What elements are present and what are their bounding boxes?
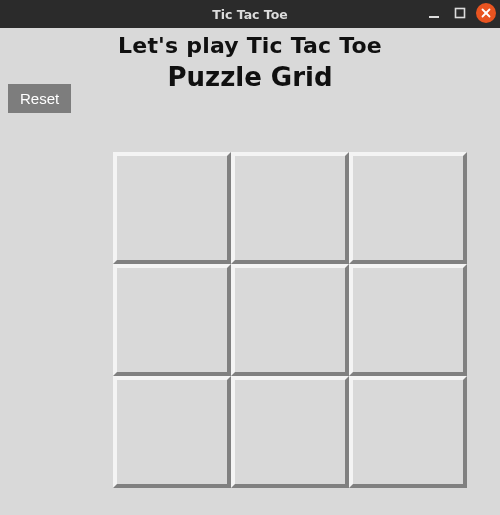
cell-0-1[interactable] <box>231 152 349 264</box>
cell-1-1[interactable] <box>231 264 349 376</box>
cell-2-1[interactable] <box>231 376 349 488</box>
titlebar: Tic Tac Toe <box>0 0 500 28</box>
window-controls <box>424 3 496 23</box>
minimize-icon[interactable] <box>424 3 444 23</box>
close-icon[interactable] <box>476 3 496 23</box>
cell-1-2[interactable] <box>349 264 467 376</box>
cell-0-2[interactable] <box>349 152 467 264</box>
reset-button[interactable]: Reset <box>8 84 71 113</box>
game-grid <box>113 152 467 488</box>
cell-1-0[interactable] <box>113 264 231 376</box>
cell-2-2[interactable] <box>349 376 467 488</box>
maximize-icon[interactable] <box>450 3 470 23</box>
cell-2-0[interactable] <box>113 376 231 488</box>
app-window: Let's play Tic Tac Toe Puzzle Grid Reset <box>0 28 500 515</box>
headline: Let's play Tic Tac Toe <box>0 28 500 60</box>
window-title: Tic Tac Toe <box>212 7 288 22</box>
svg-rect-1 <box>456 9 465 18</box>
svg-rect-0 <box>429 16 439 18</box>
cell-0-0[interactable] <box>113 152 231 264</box>
grid-title: Puzzle Grid <box>0 60 500 100</box>
